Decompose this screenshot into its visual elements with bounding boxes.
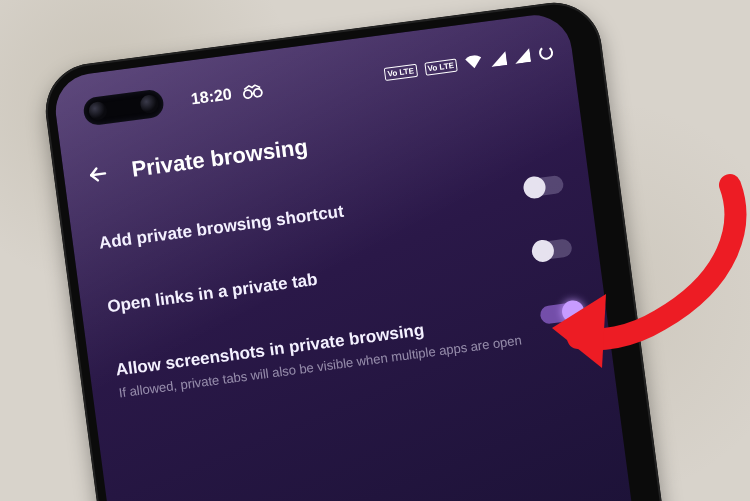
signal-icon-2 bbox=[513, 48, 531, 64]
front-camera-cutout bbox=[82, 88, 165, 126]
phone-screen: 18:20 Vo LTE Vo LTE bbox=[51, 11, 634, 501]
svg-point-2 bbox=[539, 46, 552, 59]
incognito-icon bbox=[241, 83, 265, 100]
sim2-indicator: Vo LTE bbox=[424, 58, 458, 75]
toggle-allow-screenshots[interactable] bbox=[539, 302, 581, 325]
wifi-icon bbox=[464, 54, 484, 70]
status-clock: 18:20 bbox=[190, 85, 233, 108]
svg-point-0 bbox=[243, 90, 252, 99]
toggle-open-links[interactable] bbox=[531, 238, 573, 261]
svg-point-1 bbox=[253, 88, 262, 97]
page-title: Private browsing bbox=[130, 134, 309, 183]
back-arrow-icon[interactable] bbox=[85, 161, 112, 188]
phone-body: 18:20 Vo LTE Vo LTE bbox=[40, 0, 668, 501]
signal-icon bbox=[490, 51, 508, 67]
loading-spinner-icon bbox=[537, 44, 555, 62]
toggle-add-shortcut[interactable] bbox=[522, 175, 564, 198]
sim1-indicator: Vo LTE bbox=[384, 63, 418, 80]
